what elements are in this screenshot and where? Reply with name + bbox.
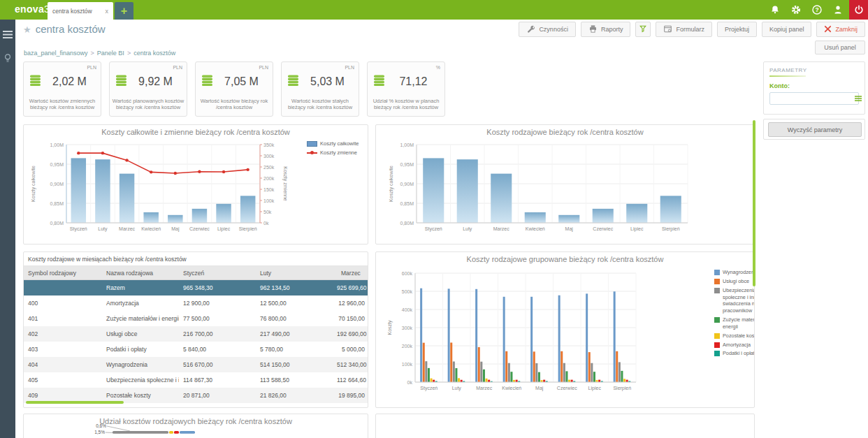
table-row[interactable]: 402Usługi obce216 700,00217 490,00192 69… — [24, 326, 368, 342]
raporty-label: Raporty — [601, 26, 623, 33]
formularz-button[interactable]: Formularz — [656, 22, 712, 37]
top-bar: enova365 centra kosztów x + ? — [0, 0, 868, 20]
coins-icon — [29, 75, 41, 88]
konto-input[interactable] — [770, 94, 855, 103]
logo-text: enova — [15, 3, 44, 15]
svg-text:300k: 300k — [402, 326, 413, 330]
table-row[interactable]: 405Ubezpieczenia społeczne i inne...114 … — [24, 372, 368, 388]
svg-text:0k: 0k — [263, 221, 269, 226]
kpi-value: 71,12 — [385, 75, 442, 88]
svg-text:400k: 400k — [402, 307, 413, 312]
breadcrumb-item-1[interactable]: Panele BI — [97, 50, 124, 57]
menu-bars-icon — [3, 31, 13, 38]
svg-text:0,95M: 0,95M — [50, 162, 64, 167]
kopiuj-panel-label: Kopiuj panel — [769, 26, 804, 33]
table-cell: Usługi obce — [102, 330, 179, 337]
form-icon — [663, 24, 672, 35]
table-horizontal-scrollbar[interactable] — [26, 401, 124, 404]
bell-icon — [769, 4, 781, 15]
breadcrumb-item-2[interactable]: centra kosztów — [133, 50, 175, 57]
column-header-3[interactable]: Luty — [256, 270, 333, 277]
zamknij-label: Zamknij — [835, 26, 858, 33]
tab-close-icon[interactable]: x — [106, 8, 109, 15]
svg-text:Koszty całkowite: Koszty całkowite — [389, 166, 394, 202]
svg-text:0k: 0k — [407, 380, 413, 385]
svg-text:Marzec: Marzec — [493, 226, 509, 231]
svg-text:Kwiecień: Kwiecień — [141, 226, 161, 231]
svg-text:Styczeń: Styczeń — [420, 386, 437, 391]
column-header-1[interactable]: Nazwa rodzajowa — [102, 270, 179, 277]
settings-gear-icon[interactable] — [786, 0, 806, 20]
new-tab-button[interactable]: + — [115, 2, 133, 20]
list-lines-icon — [855, 95, 862, 102]
svg-text:Sierpień: Sierpień — [662, 226, 680, 232]
tab-centra-kosztow[interactable]: centra kosztów x — [48, 2, 113, 20]
svg-text:0,6%: 0,6% — [96, 423, 106, 428]
legend-item: Amortyzacja — [714, 342, 755, 349]
table-row[interactable]: 404Wynagrodzenia516 670,00514 150,00512 … — [24, 357, 368, 372]
svg-text:0,95M: 0,95M — [400, 162, 414, 167]
usun-panel-button[interactable]: Usuń panel — [815, 41, 865, 54]
logout-power-button[interactable] — [849, 0, 868, 20]
help-icon[interactable]: ? — [806, 0, 827, 20]
chart-card-grupowane: Koszty rodzajowe grupowane bieżący rok /… — [375, 251, 755, 408]
legend-label: Amortyzacja — [723, 342, 751, 349]
zamknij-button[interactable]: Zamknij — [816, 22, 865, 37]
clear-parameters-card: Wyczyść parametry — [763, 119, 865, 140]
column-header-0[interactable]: Symbol rodzajowy — [24, 270, 102, 277]
tips-bulb-icon[interactable] — [0, 49, 15, 67]
bar-swatch-icon — [307, 141, 317, 147]
legend-label: Pozostałe koszty — [723, 333, 755, 340]
left-rail — [0, 20, 15, 438]
favorite-star-icon[interactable]: ★ — [23, 24, 31, 35]
parameters-card: PARAMETRY Konto: — [763, 61, 865, 115]
svg-text:Sierpień: Sierpień — [613, 386, 631, 391]
grupowane-plot: 0k100k200k300k400k500k600kStyczeńLutyMar… — [376, 263, 755, 408]
legend-label: Usługi obce — [723, 278, 749, 285]
svg-text:100k: 100k — [263, 198, 275, 203]
table-card: Koszty rodzajowe w miesiącach bieżący ro… — [23, 251, 368, 408]
czynnosci-button[interactable]: Czynności — [519, 22, 576, 37]
table-row[interactable]: 400Amortyzacja12 900,0012 500,0012 960,0… — [24, 295, 368, 311]
column-header-4[interactable]: Marzec — [333, 270, 368, 277]
table-cell: 12 900,00 — [179, 300, 256, 307]
udzial-pie-chart: 0,6%1,5% — [24, 422, 368, 438]
series-swatch-icon — [714, 342, 720, 348]
wyczysc-parametry-button[interactable]: Wyczyść parametry — [768, 122, 862, 137]
table-row[interactable]: 401Zużycie materiałów i energii77 500,00… — [24, 311, 368, 326]
series-swatch-icon — [714, 279, 720, 284]
svg-text:0,90M: 0,90M — [400, 182, 414, 187]
table-cell: 217 490,00 — [256, 330, 333, 337]
projektuj-button[interactable]: Projektuj — [717, 22, 757, 37]
svg-text:Maj: Maj — [565, 226, 574, 232]
svg-text:100k: 100k — [402, 362, 413, 367]
lightbulb-icon — [3, 53, 13, 64]
svg-text:600k: 600k — [402, 271, 413, 276]
chart-card-udzial: Udział kosztów rodzajowych bieżący rok /… — [23, 414, 368, 438]
lookup-list-icon[interactable] — [855, 95, 862, 102]
svg-text:0,85M: 0,85M — [50, 201, 64, 206]
notifications-bell-icon[interactable] — [765, 0, 786, 20]
breadcrumb-item-0[interactable]: baza_panel_finansowy — [24, 50, 88, 57]
legend-label: Ubezpieczenia społeczne i inne świadczen… — [723, 287, 755, 314]
table-cell: Ubezpieczenia społeczne i inne... — [102, 377, 179, 384]
kpi-card-4: %71,12Udział % kosztów w planach bieżący… — [367, 61, 445, 117]
table-row[interactable]: 403Podatki i opłaty5 840,005 780,005 000… — [24, 342, 368, 357]
filtr-button[interactable] — [635, 22, 651, 37]
kpi-unit: PLN — [259, 65, 268, 70]
kpi-row: PLN2,02 MWartość kosztów zmiennych bieżą… — [23, 61, 445, 117]
table-row-razem[interactable]: Razem965 348,30962 134,50925 699,60 — [24, 280, 368, 295]
svg-text:250k: 250k — [263, 165, 275, 170]
hamburger-menu-icon[interactable] — [0, 25, 15, 43]
user-profile-icon[interactable] — [827, 0, 848, 20]
table-cell: 5 840,00 — [179, 346, 256, 353]
konto-label: Konto: — [764, 77, 865, 92]
svg-text:0,80M: 0,80M — [50, 221, 64, 226]
raporty-button[interactable]: Raporty — [581, 22, 631, 37]
table-cell: 192 690,00 — [333, 330, 368, 337]
kopiuj-panel-button[interactable]: Kopiuj panel — [762, 22, 812, 37]
table-cell: Razem — [102, 284, 179, 291]
column-header-2[interactable]: Styczeń — [179, 270, 256, 277]
page-title: centra kosztów — [36, 23, 106, 35]
content-vertical-scrollbar[interactable] — [753, 120, 755, 286]
